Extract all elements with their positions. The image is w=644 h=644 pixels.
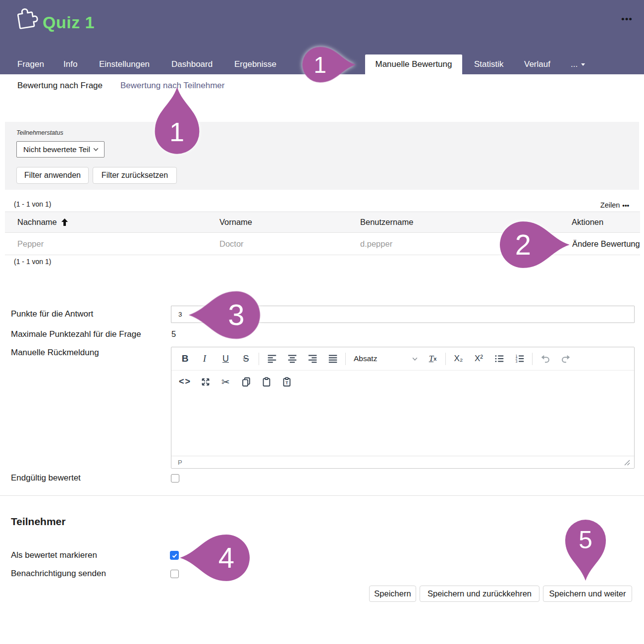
element-path: P [178, 459, 182, 466]
filter-panel: Teilnehmerstatus Nicht bewertete Teil Fi… [5, 122, 639, 190]
underline-icon[interactable]: U [215, 350, 236, 367]
column-header-aktionen: Aktionen [572, 212, 603, 232]
bold-icon[interactable]: B [175, 350, 195, 367]
filter-apply-button[interactable]: Filter anwenden [16, 167, 89, 184]
annotation-marker-5: 5 [558, 513, 613, 583]
subtab-bewertung-nach-frage[interactable]: Bewertung nach Frage [17, 74, 103, 97]
header-overflow-menu[interactable]: ••• [621, 14, 633, 25]
svg-text:3: 3 [515, 360, 517, 363]
chevron-down-icon [412, 356, 418, 362]
points-label: Punkte für die Antwort [11, 309, 93, 319]
send-notification-label: Benachrichtigung senden [11, 569, 106, 579]
align-left-icon[interactable] [262, 350, 282, 367]
numbered-list-icon[interactable]: 123 [509, 350, 530, 367]
strikethrough-icon[interactable]: S [236, 350, 256, 367]
editor-toolbar-row1: B I U S Absatz Tx X₂ X² 123 [171, 347, 634, 370]
tab-more[interactable]: ... [571, 54, 585, 74]
app-header: Quiz 1 ••• Fragen Info Einstellungen Das… [0, 0, 644, 74]
tab-verlauf[interactable]: Verlauf [524, 54, 550, 74]
result-count-top: (1 - 1 von 1) [14, 200, 51, 208]
rows-menu-dots-icon: ••• [622, 202, 629, 209]
max-points-value: 5 [171, 329, 176, 339]
editor-status-bar: P [171, 456, 634, 469]
cell-nachname: Pepper [17, 233, 44, 255]
tab-ergebnisse[interactable]: Ergebnisse [234, 54, 276, 74]
manual-grading-page: Quiz 1 ••• Fragen Info Einstellungen Das… [0, 0, 644, 644]
toolbar-separator [259, 353, 259, 365]
chevron-down-icon [93, 146, 99, 153]
participant-heading: Teilnehmer [11, 516, 65, 528]
finalized-checkbox[interactable] [171, 474, 179, 483]
tab-fragen[interactable]: Fragen [17, 54, 44, 74]
subtab-bewertung-nach-teilnehmer[interactable]: Bewertung nach Teilnehmer [120, 74, 224, 97]
redo-icon[interactable] [555, 350, 576, 367]
finalized-label: Endgültig bewertet [11, 473, 81, 483]
subscript-icon[interactable]: X₂ [448, 350, 469, 367]
mark-graded-label: Als bewertet markieren [11, 550, 97, 560]
table-row: Pepper Doctor d.pepper Ändere Bewertung [5, 233, 640, 255]
undo-icon[interactable] [535, 350, 555, 367]
clear-formatting-icon[interactable]: Tx [423, 350, 443, 367]
participant-status-label: Teilnehmerstatus [16, 129, 63, 136]
puzzle-piece-icon [10, 5, 43, 38]
paragraph-format-value: Absatz [354, 354, 377, 363]
tab-info[interactable]: Info [63, 54, 77, 74]
change-grading-link[interactable]: Ändere Bewertung [572, 233, 640, 255]
feedback-editor-content[interactable] [171, 393, 634, 456]
toolbar-separator [532, 353, 533, 365]
max-points-label: Maximale Punktezahl für die Frage [11, 329, 141, 339]
table-header-row: Nachname Vorname Benutzername Aktionen [5, 212, 640, 233]
tab-einstellungen[interactable]: Einstellungen [99, 54, 150, 74]
result-count-bottom: (1 - 1 von 1) [14, 258, 51, 266]
cell-vorname: Doctor [219, 233, 244, 255]
copy-icon[interactable] [236, 374, 256, 390]
manual-feedback-label: Manuelle Rückmeldung [11, 348, 99, 358]
column-header-nachname[interactable]: Nachname [17, 212, 68, 232]
fullscreen-icon[interactable] [195, 374, 215, 390]
toolbar-separator [445, 353, 446, 365]
page-title: Quiz 1 [43, 13, 95, 32]
save-button[interactable]: Speichern [369, 586, 416, 602]
bullet-list-icon[interactable] [489, 350, 509, 367]
save-and-return-button[interactable]: Speichern und zurückkehren [420, 586, 539, 602]
column-header-benutzername[interactable]: Benutzername [360, 212, 413, 232]
checkmark-icon [171, 552, 178, 559]
align-right-icon[interactable] [302, 350, 322, 367]
section-divider [0, 495, 644, 496]
paragraph-format-select[interactable]: Absatz [348, 350, 423, 367]
sort-ascending-icon [61, 218, 68, 226]
tab-dashboard[interactable]: Dashboard [171, 54, 213, 74]
rows-menu[interactable]: Zeilen••• [600, 201, 629, 209]
superscript-icon[interactable]: X² [469, 350, 489, 367]
filter-reset-button[interactable]: Filter zurücksetzen [93, 167, 177, 184]
annotation-marker-4: 4 [186, 518, 249, 597]
paste-icon[interactable] [256, 374, 276, 390]
save-and-next-button[interactable]: Speichern und weiter [543, 586, 632, 602]
send-notification-checkbox[interactable] [170, 570, 179, 578]
main-tab-bar: Fragen Info Einstellungen Dashboard Erge… [0, 54, 644, 74]
source-code-icon[interactable]: <> [175, 374, 195, 390]
tab-statistik[interactable]: Statistik [474, 54, 504, 74]
cut-icon[interactable]: ✂ [215, 374, 236, 390]
tab-manuelle-bewertung[interactable]: Manuelle Bewertung [365, 54, 462, 74]
align-justify-icon[interactable] [322, 350, 343, 367]
toolbar-separator [345, 353, 346, 365]
annotation-number: 4 [218, 543, 234, 572]
paste-as-text-icon[interactable]: T [276, 374, 297, 390]
points-input[interactable] [171, 306, 635, 323]
resize-handle-icon[interactable] [624, 460, 630, 466]
editor-toolbar-row2: <> ✂ T [171, 370, 634, 393]
column-header-vorname[interactable]: Vorname [219, 212, 252, 232]
align-center-icon[interactable] [282, 350, 302, 367]
participant-status-value: Nicht bewertete Teil [23, 145, 90, 154]
mark-graded-checkbox[interactable] [170, 551, 179, 560]
cell-benutzername: d.pepper [360, 233, 392, 255]
feedback-editor: B I U S Absatz Tx X₂ X² 123 <> [171, 347, 635, 469]
participant-status-select[interactable]: Nicht bewertete Teil [16, 141, 105, 158]
svg-text:T: T [285, 381, 288, 385]
italic-icon[interactable]: I [195, 350, 215, 367]
annotation-number: 5 [579, 528, 592, 552]
caret-down-icon [581, 63, 585, 66]
